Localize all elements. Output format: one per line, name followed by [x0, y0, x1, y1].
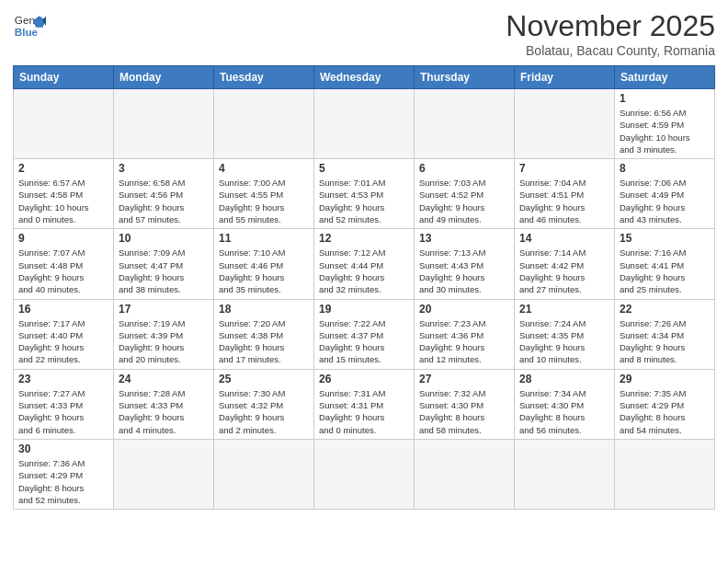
day-info: Sunrise: 7:31 AM Sunset: 4:31 PM Dayligh…	[319, 387, 409, 436]
calendar-cell: 6Sunrise: 7:03 AM Sunset: 4:52 PM Daylig…	[415, 159, 515, 229]
day-number: 29	[620, 373, 710, 385]
calendar-week-row: 9Sunrise: 7:07 AM Sunset: 4:48 PM Daylig…	[14, 229, 715, 299]
calendar-header-saturday: Saturday	[615, 66, 715, 89]
day-info: Sunrise: 7:23 AM Sunset: 4:36 PM Dayligh…	[419, 317, 509, 366]
day-info: Sunrise: 7:32 AM Sunset: 4:30 PM Dayligh…	[419, 387, 509, 436]
day-info: Sunrise: 7:17 AM Sunset: 4:40 PM Dayligh…	[18, 317, 108, 366]
calendar-cell: 14Sunrise: 7:14 AM Sunset: 4:42 PM Dayli…	[515, 229, 615, 299]
calendar-cell: 17Sunrise: 7:19 AM Sunset: 4:39 PM Dayli…	[114, 299, 214, 369]
calendar-header-thursday: Thursday	[415, 66, 515, 89]
day-number: 10	[119, 232, 209, 245]
day-info: Sunrise: 7:35 AM Sunset: 4:29 PM Dayligh…	[620, 387, 710, 436]
calendar-cell	[415, 439, 515, 509]
day-number: 6	[419, 162, 509, 175]
calendar-week-row: 16Sunrise: 7:17 AM Sunset: 4:40 PM Dayli…	[14, 299, 715, 369]
header: General Blue November 2025 Bolatau, Baca…	[13, 9, 715, 58]
calendar-cell: 30Sunrise: 7:36 AM Sunset: 4:29 PM Dayli…	[14, 439, 114, 509]
calendar-cell: 27Sunrise: 7:32 AM Sunset: 4:30 PM Dayli…	[415, 369, 515, 439]
day-number: 17	[119, 303, 209, 316]
calendar-cell	[615, 439, 715, 509]
day-number: 25	[219, 373, 309, 385]
day-number: 15	[620, 232, 710, 245]
calendar-cell: 18Sunrise: 7:20 AM Sunset: 4:38 PM Dayli…	[214, 299, 314, 369]
calendar-header-row: SundayMondayTuesdayWednesdayThursdayFrid…	[14, 66, 715, 89]
day-info: Sunrise: 7:01 AM Sunset: 4:53 PM Dayligh…	[319, 177, 409, 225]
day-info: Sunrise: 7:16 AM Sunset: 4:41 PM Dayligh…	[620, 247, 710, 295]
calendar-header-tuesday: Tuesday	[214, 66, 314, 89]
day-info: Sunrise: 7:06 AM Sunset: 4:49 PM Dayligh…	[620, 177, 710, 225]
day-info: Sunrise: 7:22 AM Sunset: 4:37 PM Dayligh…	[319, 317, 409, 366]
day-number: 27	[419, 373, 509, 385]
svg-text:Blue: Blue	[15, 26, 39, 38]
day-number: 8	[620, 162, 710, 175]
day-number: 5	[319, 162, 409, 175]
day-info: Sunrise: 7:36 AM Sunset: 4:29 PM Dayligh…	[18, 457, 108, 506]
calendar-cell: 10Sunrise: 7:09 AM Sunset: 4:47 PM Dayli…	[114, 229, 214, 299]
calendar-cell: 8Sunrise: 7:06 AM Sunset: 4:49 PM Daylig…	[615, 159, 715, 229]
day-info: Sunrise: 7:12 AM Sunset: 4:44 PM Dayligh…	[319, 247, 409, 295]
calendar-cell: 13Sunrise: 7:13 AM Sunset: 4:43 PM Dayli…	[415, 229, 515, 299]
calendar-cell	[515, 89, 615, 159]
day-number: 11	[219, 232, 309, 245]
calendar-cell: 2Sunrise: 6:57 AM Sunset: 4:58 PM Daylig…	[14, 159, 114, 229]
day-number: 3	[119, 162, 209, 175]
day-number: 26	[319, 373, 409, 385]
day-number: 16	[18, 303, 108, 316]
day-number: 22	[620, 303, 710, 316]
day-number: 12	[319, 232, 409, 245]
calendar-header-sunday: Sunday	[14, 66, 114, 89]
day-info: Sunrise: 7:04 AM Sunset: 4:51 PM Dayligh…	[519, 177, 609, 225]
day-info: Sunrise: 7:24 AM Sunset: 4:35 PM Dayligh…	[519, 317, 609, 366]
calendar-table: SundayMondayTuesdayWednesdayThursdayFrid…	[13, 65, 715, 510]
calendar-cell: 9Sunrise: 7:07 AM Sunset: 4:48 PM Daylig…	[14, 229, 114, 299]
day-number: 20	[419, 303, 509, 316]
calendar-week-row: 30Sunrise: 7:36 AM Sunset: 4:29 PM Dayli…	[14, 439, 715, 509]
calendar-cell	[214, 439, 314, 509]
calendar-week-row: 23Sunrise: 7:27 AM Sunset: 4:33 PM Dayli…	[14, 369, 715, 439]
day-number: 1	[620, 92, 710, 105]
calendar-cell: 7Sunrise: 7:04 AM Sunset: 4:51 PM Daylig…	[515, 159, 615, 229]
title-block: November 2025 Bolatau, Bacau County, Rom…	[506, 9, 715, 58]
calendar-week-row: 1Sunrise: 6:56 AM Sunset: 4:59 PM Daylig…	[14, 89, 715, 159]
calendar-cell: 1Sunrise: 6:56 AM Sunset: 4:59 PM Daylig…	[615, 89, 715, 159]
day-info: Sunrise: 7:00 AM Sunset: 4:55 PM Dayligh…	[219, 177, 309, 225]
calendar-header-monday: Monday	[114, 66, 214, 89]
calendar-cell: 20Sunrise: 7:23 AM Sunset: 4:36 PM Dayli…	[415, 299, 515, 369]
day-info: Sunrise: 7:20 AM Sunset: 4:38 PM Dayligh…	[219, 317, 309, 366]
calendar-cell	[314, 89, 415, 159]
calendar-cell	[515, 439, 615, 509]
day-number: 18	[219, 303, 309, 316]
day-number: 7	[519, 162, 609, 175]
subtitle: Bolatau, Bacau County, Romania	[506, 43, 715, 58]
calendar-cell: 25Sunrise: 7:30 AM Sunset: 4:32 PM Dayli…	[214, 369, 314, 439]
calendar-cell: 22Sunrise: 7:26 AM Sunset: 4:34 PM Dayli…	[615, 299, 715, 369]
calendar-page: General Blue November 2025 Bolatau, Baca…	[0, 0, 728, 563]
day-info: Sunrise: 7:14 AM Sunset: 4:42 PM Dayligh…	[519, 247, 609, 295]
main-title: November 2025	[506, 9, 715, 43]
calendar-cell	[415, 89, 515, 159]
calendar-cell: 24Sunrise: 7:28 AM Sunset: 4:33 PM Dayli…	[114, 369, 214, 439]
calendar-cell: 29Sunrise: 7:35 AM Sunset: 4:29 PM Dayli…	[615, 369, 715, 439]
calendar-cell: 3Sunrise: 6:58 AM Sunset: 4:56 PM Daylig…	[114, 159, 214, 229]
calendar-cell	[14, 89, 114, 159]
calendar-cell: 19Sunrise: 7:22 AM Sunset: 4:37 PM Dayli…	[314, 299, 415, 369]
day-number: 9	[18, 232, 108, 245]
day-number: 14	[519, 232, 609, 245]
calendar-cell: 23Sunrise: 7:27 AM Sunset: 4:33 PM Dayli…	[14, 369, 114, 439]
calendar-week-row: 2Sunrise: 6:57 AM Sunset: 4:58 PM Daylig…	[14, 159, 715, 229]
calendar-cell: 11Sunrise: 7:10 AM Sunset: 4:46 PM Dayli…	[214, 229, 314, 299]
day-info: Sunrise: 7:09 AM Sunset: 4:47 PM Dayligh…	[119, 247, 209, 295]
calendar-cell: 5Sunrise: 7:01 AM Sunset: 4:53 PM Daylig…	[314, 159, 415, 229]
day-number: 30	[18, 442, 108, 455]
day-number: 24	[119, 373, 209, 385]
day-info: Sunrise: 7:30 AM Sunset: 4:32 PM Dayligh…	[219, 387, 309, 436]
day-info: Sunrise: 7:10 AM Sunset: 4:46 PM Dayligh…	[219, 247, 309, 295]
day-info: Sunrise: 7:27 AM Sunset: 4:33 PM Dayligh…	[18, 387, 108, 436]
calendar-header-friday: Friday	[515, 66, 615, 89]
day-number: 19	[319, 303, 409, 316]
calendar-cell: 16Sunrise: 7:17 AM Sunset: 4:40 PM Dayli…	[14, 299, 114, 369]
calendar-cell: 12Sunrise: 7:12 AM Sunset: 4:44 PM Dayli…	[314, 229, 415, 299]
calendar-cell	[114, 439, 214, 509]
calendar-cell	[214, 89, 314, 159]
calendar-cell: 21Sunrise: 7:24 AM Sunset: 4:35 PM Dayli…	[515, 299, 615, 369]
